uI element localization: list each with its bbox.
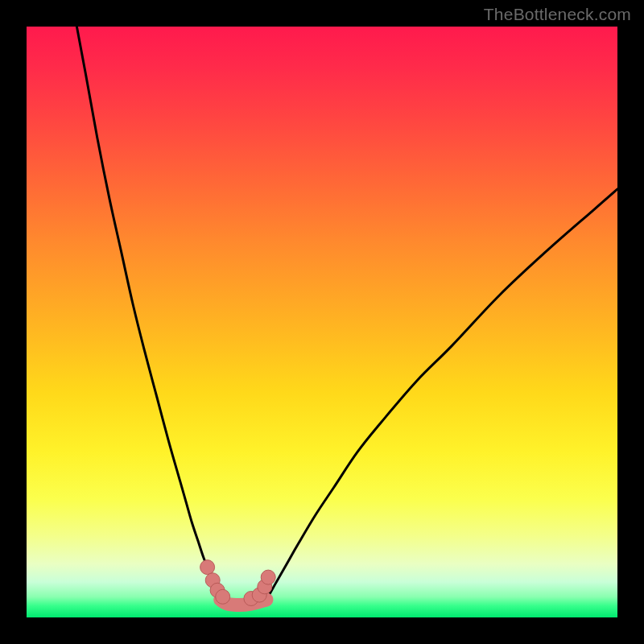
data-marker — [200, 560, 215, 575]
left-curve — [76, 27, 220, 600]
plot-area — [27, 27, 617, 617]
right-curve — [266, 189, 617, 600]
curve-layer — [76, 27, 617, 600]
curves-svg — [27, 27, 617, 617]
data-marker — [216, 589, 230, 604]
watermark-text: TheBottleneck.com — [484, 5, 631, 24]
data-marker — [261, 570, 275, 584]
outer-frame: TheBottleneck.com — [0, 0, 644, 644]
